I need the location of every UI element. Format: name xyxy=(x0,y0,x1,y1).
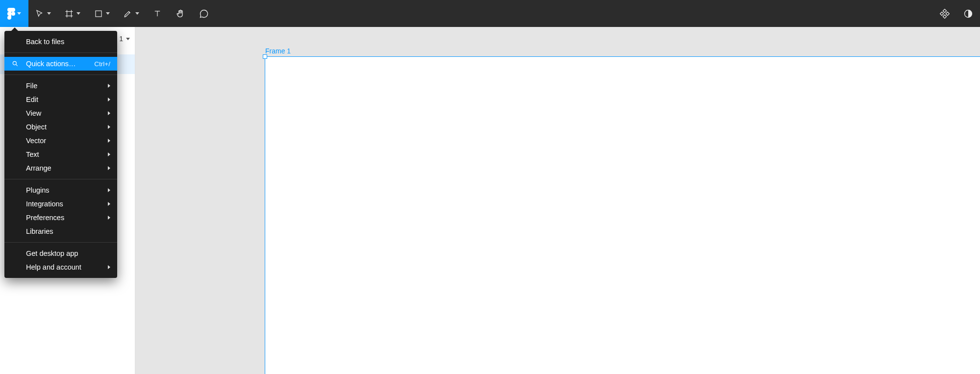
layer-name-fragment: 1 xyxy=(119,35,123,43)
main-menu-button[interactable] xyxy=(0,0,28,27)
contrast-button[interactable] xyxy=(956,0,980,27)
submenu-arrow-icon xyxy=(108,139,110,143)
resize-handle-tl[interactable] xyxy=(263,54,267,59)
menu-item-label: Arrange xyxy=(26,164,51,172)
menu-item-label: Text xyxy=(26,150,39,158)
menu-item-label: Help and account xyxy=(26,263,81,271)
menu-quick-actions[interactable]: Quick actions… Ctrl+/ xyxy=(4,57,117,71)
submenu-arrow-icon xyxy=(108,202,110,206)
hand-tool[interactable] xyxy=(169,0,192,27)
hand-icon xyxy=(176,9,185,19)
menu-item-label: File xyxy=(26,82,37,90)
menu-back-to-files[interactable]: Back to files xyxy=(4,35,117,49)
text-tool[interactable] xyxy=(146,0,169,27)
menu-item-label: Libraries xyxy=(26,227,53,235)
menu-arrange[interactable]: Arrange xyxy=(4,161,117,175)
svg-line-14 xyxy=(16,64,17,66)
menu-integrations[interactable]: Integrations xyxy=(4,197,117,211)
chevron-down-icon xyxy=(126,38,130,40)
svg-rect-11 xyxy=(946,12,949,15)
menu-item-label: View xyxy=(26,109,41,117)
menu-item-label: Plugins xyxy=(26,186,50,194)
pen-icon xyxy=(124,9,132,18)
frame-label[interactable]: Frame 1 xyxy=(265,47,291,55)
svg-point-0 xyxy=(11,12,15,16)
menu-item-label: Object xyxy=(26,123,47,131)
svg-rect-8 xyxy=(943,9,946,12)
cursor-icon xyxy=(35,9,44,18)
menu-item-label: Preferences xyxy=(26,214,64,222)
svg-rect-5 xyxy=(96,11,101,17)
menu-view[interactable]: View xyxy=(4,106,117,120)
menu-item-label: Vector xyxy=(26,137,46,145)
menu-plugins[interactable]: Plugins xyxy=(4,183,117,197)
svg-point-13 xyxy=(13,61,16,65)
submenu-arrow-icon xyxy=(108,152,110,156)
menu-get-desktop-app[interactable]: Get desktop app xyxy=(4,247,117,260)
menu-file[interactable]: File xyxy=(4,79,117,93)
frame-tool[interactable] xyxy=(58,0,87,27)
shape-tool[interactable] xyxy=(87,0,117,27)
menu-item-label: Quick actions… xyxy=(26,60,76,68)
move-tool[interactable] xyxy=(28,0,58,27)
pen-tool[interactable] xyxy=(117,0,146,27)
submenu-arrow-icon xyxy=(108,188,110,192)
comment-tool[interactable] xyxy=(192,0,216,27)
submenu-arrow-icon xyxy=(108,265,110,269)
chevron-down-icon xyxy=(106,12,110,15)
svg-rect-9 xyxy=(943,15,946,18)
chevron-down-icon xyxy=(17,12,21,15)
rectangle-icon xyxy=(94,9,103,18)
menu-item-label: Edit xyxy=(26,96,38,103)
chevron-down-icon xyxy=(76,12,80,15)
menu-vector[interactable]: Vector xyxy=(4,134,117,148)
chevron-down-icon xyxy=(47,12,51,15)
text-icon xyxy=(153,9,162,18)
canvas[interactable]: Frame 1 xyxy=(135,27,980,374)
submenu-arrow-icon xyxy=(108,111,110,115)
components-button[interactable] xyxy=(933,0,956,27)
components-icon xyxy=(940,9,950,19)
menu-item-label: Back to files xyxy=(26,38,64,46)
menu-divider xyxy=(4,52,117,53)
menu-object[interactable]: Object xyxy=(4,120,117,134)
menu-edit[interactable]: Edit xyxy=(4,93,117,106)
chevron-down-icon xyxy=(135,12,139,15)
submenu-arrow-icon xyxy=(108,125,110,129)
menu-libraries[interactable]: Libraries xyxy=(4,224,117,238)
menu-preferences[interactable]: Preferences xyxy=(4,211,117,224)
contrast-icon xyxy=(963,9,973,19)
submenu-arrow-icon xyxy=(108,84,110,88)
submenu-arrow-icon xyxy=(108,98,110,101)
menu-divider xyxy=(4,242,117,243)
search-icon xyxy=(11,60,19,68)
frame-1[interactable]: Frame 1 xyxy=(265,56,980,374)
menu-shortcut: Ctrl+/ xyxy=(94,60,110,68)
menu-help-and-account[interactable]: Help and account xyxy=(4,260,117,274)
toolbar xyxy=(0,0,980,27)
menu-divider xyxy=(4,75,117,75)
menu-text[interactable]: Text xyxy=(4,148,117,161)
figma-logo-icon xyxy=(7,8,15,20)
menu-item-label: Get desktop app xyxy=(26,249,78,257)
submenu-arrow-icon xyxy=(108,216,110,220)
comment-icon xyxy=(199,9,209,19)
main-menu: Back to files Quick actions… Ctrl+/ File… xyxy=(4,31,117,278)
frame-icon xyxy=(65,9,74,18)
menu-divider xyxy=(4,179,117,179)
menu-item-label: Integrations xyxy=(26,200,63,208)
layers-row-fragment[interactable]: 1 xyxy=(119,35,130,43)
submenu-arrow-icon xyxy=(108,166,110,170)
svg-rect-10 xyxy=(940,12,944,15)
